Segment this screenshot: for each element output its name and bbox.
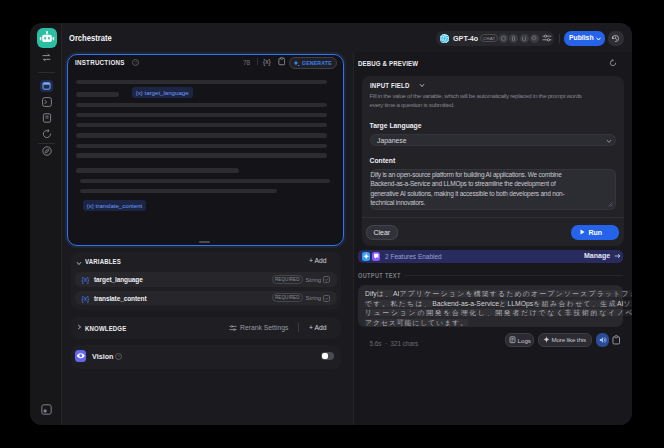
svg-text:?: ? xyxy=(134,60,137,65)
svg-text:?: ? xyxy=(117,354,120,359)
